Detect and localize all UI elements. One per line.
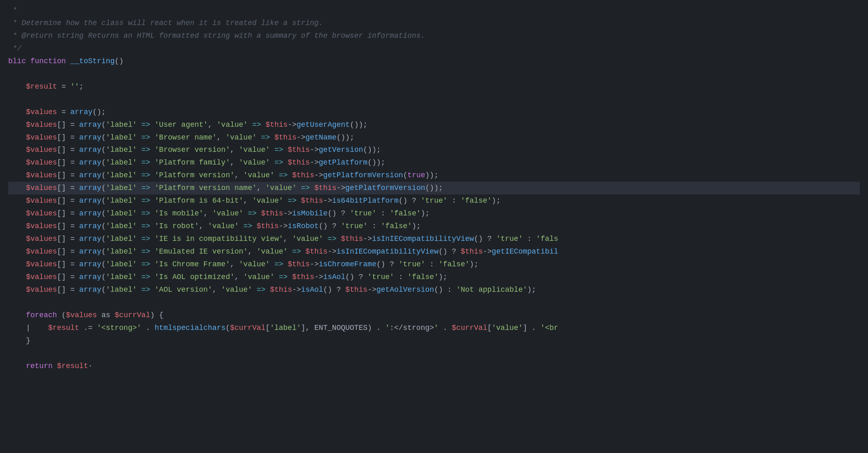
code-line: $values[] = array('label' => 'AOL versio… — [8, 284, 860, 296]
code-line — [8, 68, 860, 80]
code-editor: * * Determine how the class will react w… — [0, 0, 868, 453]
code-line: * — [8, 4, 860, 17]
code-line: $values[] = array('label' => 'IE is in c… — [8, 233, 860, 245]
code-line: $values[] = array('label' => 'Is mobile'… — [8, 207, 860, 220]
code-line — [8, 93, 860, 106]
code-line: $values[] = array('label' => 'Is AOL opt… — [8, 271, 860, 284]
code-line: return $result· — [8, 360, 860, 373]
code-line: blic function __toString() — [8, 55, 860, 68]
code-line: | $result .= '<strong>' . htmlspecialcha… — [8, 322, 860, 334]
code-line: } — [8, 334, 860, 347]
code-line: * Determine how the class will react whe… — [8, 17, 860, 30]
code-line — [8, 296, 860, 309]
code-line — [8, 347, 860, 360]
code-line-cursor: $values[] = array('label' => 'Platform v… — [8, 182, 860, 194]
code-line: */ — [8, 42, 860, 55]
code-line: $values[] = array('label' => 'Emulated I… — [8, 245, 860, 258]
code-line: $values[] = array('label' => 'Platform i… — [8, 194, 860, 207]
code-line: $values[] = array('label' => 'Browser na… — [8, 131, 860, 144]
code-line: $values[] = array('label' => 'Browser ve… — [8, 144, 860, 156]
code-line: $values = array(); — [8, 106, 860, 119]
code-line: $values[] = array('label' => 'Platform v… — [8, 169, 860, 182]
code-line: $result = ''; — [8, 80, 860, 93]
code-line: $values[] = array('label' => 'Platform f… — [8, 156, 860, 169]
code-line: $values[] = array('label' => 'User agent… — [8, 119, 860, 131]
code-line: $values[] = array('label' => 'Is robot',… — [8, 220, 860, 233]
code-line: foreach ($values as $currVal) { — [8, 309, 860, 322]
code-line: * @return string Returns an HTML formatt… — [8, 30, 860, 42]
code-line-chrome-frame: $values[] = array('label' => 'Is Chrome … — [8, 258, 860, 271]
